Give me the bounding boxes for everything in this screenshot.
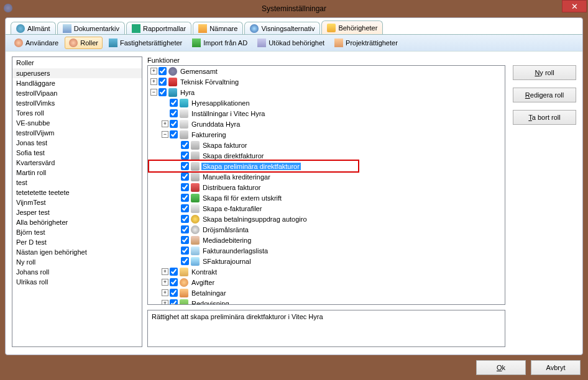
role-row[interactable]: superusers [12, 68, 142, 78]
tree-expander[interactable]: + [150, 68, 157, 75]
role-row[interactable]: tetetetette teetete [12, 188, 142, 197]
tree-checkbox[interactable] [181, 173, 189, 181]
role-row[interactable]: testrollVipaan [12, 88, 142, 98]
tree-row[interactable]: +Redovisning [148, 298, 505, 304]
tree-row[interactable]: +Betalningar [148, 287, 505, 298]
tree-row[interactable]: Inställningar i Vitec Hyra [148, 108, 505, 119]
tree-row[interactable]: Skapa e-fakturafiler [148, 203, 505, 214]
tree-checkbox[interactable] [170, 289, 178, 297]
tree-expander[interactable]: + [150, 78, 157, 85]
role-row[interactable]: test [12, 178, 142, 188]
close-button[interactable]: ✕ [562, 0, 587, 12]
tree-row[interactable]: SFakturajournal [148, 256, 505, 266]
tree-expander[interactable]: + [162, 120, 168, 127]
functions-tree[interactable]: +Gemensamt+Teknisk Förvaltning−HyraHyres… [148, 66, 505, 304]
tree-row[interactable]: +Avgifter [148, 277, 505, 287]
role-row[interactable]: Alla behörigheter [12, 217, 142, 227]
tree-row[interactable]: Fakturaunderlagslista [148, 245, 505, 256]
tree-row[interactable]: Skapa betalningsuppdrag autogiro [148, 214, 505, 224]
tree-checkbox[interactable] [158, 67, 167, 75]
toolbar-item-0[interactable]: Användare [11, 37, 62, 48]
tree-checkbox[interactable] [181, 183, 189, 191]
tree-checkbox[interactable] [181, 141, 189, 149]
tree-row[interactable]: Skapa fakturor [148, 140, 505, 150]
tree-node-label: Fakturaunderlagslista [201, 247, 269, 255]
tree-row[interactable]: Distribuera fakturor [148, 182, 505, 192]
delete-role-button[interactable]: Ta bort roll [513, 110, 576, 125]
toolbar-item-2[interactable]: Fastighetsrättigheter [105, 37, 186, 48]
role-row[interactable]: Johans roll [12, 267, 142, 277]
role-row[interactable]: testrollVimks [12, 98, 142, 108]
role-row[interactable]: Tores roll [12, 108, 142, 118]
tree-checkbox[interactable] [170, 120, 178, 128]
tree-row[interactable]: −Hyra [148, 87, 505, 97]
tree-node-label: Teknisk Förvaltning [179, 78, 240, 86]
new-role-button[interactable]: Ny roll [513, 65, 576, 80]
tree-checkbox[interactable] [181, 247, 189, 255]
main-tab-3[interactable]: Nämnare [193, 22, 243, 34]
role-row[interactable]: testrollVijwm [12, 128, 142, 138]
tree-row[interactable]: +Kontrakt [148, 266, 505, 277]
tree-expander[interactable]: + [162, 300, 168, 304]
role-row[interactable]: Handläggare [12, 78, 142, 88]
tree-expander-blank [173, 258, 180, 265]
tree-row[interactable]: Hyresapplikationen [148, 97, 505, 108]
main-tab-0[interactable]: Allmänt [11, 22, 56, 34]
tree-row[interactable]: Manuella krediteringar [148, 171, 505, 182]
toolbar-item-3[interactable]: Import från AD [188, 37, 251, 48]
main-tab-1[interactable]: Dokumentarkiv [57, 22, 125, 34]
main-tab-2[interactable]: Rapportmallar [126, 22, 191, 34]
tree-checkbox[interactable] [170, 130, 178, 138]
tree-row[interactable]: Skapa direktfakturor [148, 150, 505, 161]
tree-checkbox[interactable] [170, 99, 178, 107]
tree-checkbox[interactable] [170, 278, 178, 286]
tree-checkbox[interactable] [170, 268, 178, 276]
tree-checkbox[interactable] [158, 78, 167, 86]
tree-row[interactable]: Skapa fil för extern utskrift [148, 192, 505, 203]
ok-button[interactable]: Ok [476, 360, 526, 375]
tree-checkbox[interactable] [170, 109, 178, 117]
tree-expander[interactable]: − [150, 89, 157, 96]
role-row[interactable]: Sofia test [12, 148, 142, 158]
tree-checkbox[interactable] [181, 194, 189, 202]
tree-row[interactable]: Dröjsmålsränta [148, 224, 505, 235]
tree-checkbox[interactable] [181, 204, 189, 212]
roles-list[interactable]: superusersHandläggaretestrollVipaantestr… [12, 68, 142, 287]
role-row[interactable]: Martin roll [12, 168, 142, 178]
main-tab-4[interactable]: Visningsalternativ [244, 22, 320, 34]
toolbar-item-1[interactable]: Roller [65, 37, 103, 49]
role-row[interactable]: Kvartersvärd [12, 158, 142, 168]
tree-row[interactable]: +Gemensamt [148, 66, 505, 76]
tree-checkbox[interactable] [181, 152, 189, 160]
role-row[interactable]: VijnmTest [12, 197, 142, 207]
role-row[interactable]: Jonas test [12, 138, 142, 148]
tree-expander[interactable]: + [162, 289, 168, 296]
role-row[interactable]: Nästan igen behörighet [12, 247, 142, 257]
tree-checkbox[interactable] [158, 88, 167, 96]
tree-row[interactable]: +Grunddata Hyra [148, 119, 505, 129]
tree-expander[interactable]: − [162, 131, 168, 138]
tree-row[interactable]: Skapa preliminära direktfakturor [148, 161, 505, 171]
role-row[interactable]: Per D test [12, 237, 142, 247]
role-row[interactable]: Jesper test [12, 207, 142, 217]
tree-checkbox[interactable] [181, 215, 189, 223]
tree-expander[interactable]: + [162, 279, 168, 286]
role-row[interactable]: Ny roll [12, 257, 142, 267]
edit-role-button[interactable]: Redigera roll [513, 88, 576, 102]
role-row[interactable]: VE-snubbe [12, 118, 142, 128]
tree-row[interactable]: −Fakturering [148, 129, 505, 140]
tree-expander[interactable]: + [162, 268, 168, 275]
role-row[interactable]: Björn test [12, 227, 142, 237]
role-row[interactable]: Ulrikas roll [12, 277, 142, 287]
tree-row[interactable]: Mediadebitering [148, 235, 505, 245]
tree-row[interactable]: +Teknisk Förvaltning [148, 76, 505, 87]
toolbar-item-5[interactable]: Projekträttigheter [331, 37, 402, 48]
cancel-button[interactable]: Avbryt [531, 360, 581, 375]
tree-checkbox[interactable] [181, 225, 189, 233]
tree-checkbox[interactable] [170, 299, 178, 304]
toolbar-item-4[interactable]: Utökad behörighet [254, 37, 328, 48]
tree-checkbox[interactable] [181, 236, 189, 244]
tree-checkbox[interactable] [181, 162, 189, 170]
main-tab-5[interactable]: Behörigheter [321, 20, 383, 34]
tree-checkbox[interactable] [181, 257, 189, 265]
